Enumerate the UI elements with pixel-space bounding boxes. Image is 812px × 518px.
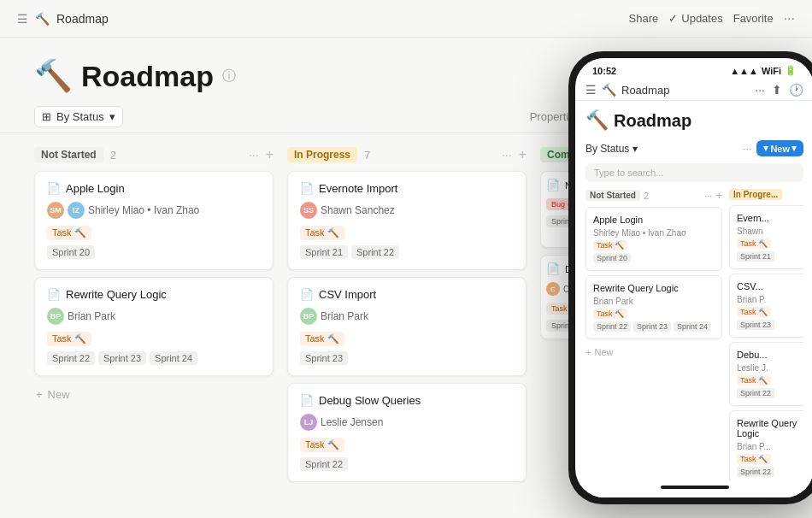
assignee-name: Shawn Sanchez	[321, 204, 395, 216]
favorite-button[interactable]: Favorite	[733, 12, 774, 25]
card-apple-login[interactable]: 📄 Apple Login SM IZ Shirley Miao • Ivan …	[34, 171, 274, 270]
mobile-nav-bar: ☰ 🔨 Roadmap ··· ⬆ 🕐	[575, 79, 812, 101]
add-new-not-started[interactable]: + New	[34, 383, 274, 406]
card-assignees: BP Brian Park	[300, 308, 514, 325]
sidebar-toggle-icon[interactable]: ☰	[17, 12, 28, 26]
mobile-card-assignee: Brian P...	[737, 442, 803, 451]
mobile-card-tags: Task 🔨	[593, 309, 715, 319]
card-rewrite-query[interactable]: 📄 Rewrite Query Logic BP Brian Park Task…	[34, 277, 274, 376]
mobile-card-tags: Task 🔨	[593, 240, 715, 250]
mobile-new-button[interactable]: ▾ New ▾	[756, 140, 803, 156]
mobile-sprint: Sprint 23	[737, 320, 774, 330]
card-sprints: Sprint 21 Sprint 22	[300, 245, 514, 259]
mobile-card-title: Rewrite Query Logic	[737, 418, 803, 439]
mobile-card-title: Evern...	[737, 213, 803, 223]
mobile-card-title: Debu...	[737, 350, 803, 360]
mobile-app-icon: 🔨	[602, 83, 616, 97]
column-header-not-started: Not Started 2 ··· +	[34, 147, 274, 162]
mobile-card-title: Apple Login	[593, 215, 715, 225]
mobile-card-assignee: Leslie J.	[737, 363, 803, 373]
mobile-screen: 10:52 ▲▲▲ WiFi 🔋 ☰ 🔨 Roadmap ··· ⬆ 🕐	[575, 58, 812, 497]
card-title: Rewrite Query Logic	[66, 288, 167, 301]
card-assignees: SS Shawn Sanchez	[300, 202, 514, 219]
mobile-card-title: CSV...	[737, 281, 803, 291]
card-title: Apple Login	[66, 182, 125, 195]
updates-button[interactable]: ✓ Updates	[668, 12, 722, 25]
mobile-menu-icon[interactable]: ☰	[585, 83, 597, 97]
mobile-toolbar: By Status ▾ ··· ▾ New ▾	[585, 140, 803, 156]
assignee-name: Leslie Jensen	[321, 416, 383, 428]
sprint-tag: Sprint 20	[47, 245, 95, 259]
mobile-card-debug[interactable]: Debu... Leslie J. Task 🔨 Sprint 22	[729, 342, 803, 406]
mobile-sprint: Sprint 20	[593, 253, 631, 263]
mobile-card-title: Rewrite Query Logic	[593, 283, 715, 293]
mobile-share-icon[interactable]: ⬆	[772, 83, 782, 97]
card-title: Debug Slow Queries	[319, 394, 421, 407]
page-title-icon: 🔨	[34, 58, 73, 94]
doc-icon: 📄	[546, 262, 560, 275]
share-button[interactable]: Share	[629, 12, 659, 25]
status-badge-not-started: Not Started	[34, 147, 103, 162]
mobile-clock-icon[interactable]: 🕐	[789, 83, 803, 97]
mobile-col-plus[interactable]: +	[715, 189, 722, 202]
mobile-col-more[interactable]: ···	[704, 191, 712, 201]
mobile-add-new-not-started[interactable]: + New	[585, 344, 722, 361]
mobile-search-bar[interactable]: Type to search...	[585, 163, 803, 182]
mobile-sprint: Sprint 22	[737, 388, 774, 398]
mobile-card-assignee: Brian Park	[593, 297, 715, 306]
column-add-in-progress[interactable]: +	[519, 147, 527, 162]
sprint-tag: Sprint 23	[98, 351, 146, 365]
doc-icon: 📄	[47, 182, 61, 195]
mobile-tag-task: Task 🔨	[593, 240, 627, 250]
mobile-more-icon[interactable]: ···	[755, 83, 765, 97]
card-sprints: Sprint 22 Sprint 23 Sprint 24	[47, 351, 261, 365]
column-more-not-started[interactable]: ···	[249, 148, 259, 162]
mobile-tag-task: Task 🔨	[737, 375, 771, 386]
mobile-card-sprints: Sprint 22 Sprint 23 Sprint 24	[593, 321, 715, 332]
info-icon[interactable]: ⓘ	[222, 68, 236, 85]
doc-icon: 📄	[300, 394, 314, 407]
view-selector[interactable]: ⊞ By Status ▾	[34, 106, 123, 127]
mobile-card-evernote[interactable]: Evern... Shawn Task 🔨 Sprint 21	[729, 205, 803, 269]
mobile-plus-icon: +	[585, 347, 591, 357]
mobile-card-apple-login[interactable]: Apple Login Shirley Miao • Ivan Zhao Tas…	[585, 207, 722, 271]
column-actions-not-started: ··· +	[249, 147, 274, 162]
card-evernote-import[interactable]: 📄 Evernote Import SS Shawn Sanchez Task …	[287, 171, 527, 270]
mobile-card-tags: Task 🔨	[737, 454, 803, 464]
doc-icon: 📄	[47, 288, 61, 301]
mobile-card-sprints: Sprint 22	[737, 388, 803, 398]
sprint-tag: Sprint 22	[47, 351, 95, 365]
column-add-not-started[interactable]: +	[266, 147, 274, 162]
mobile-tag-task: Task 🔨	[737, 454, 771, 464]
more-options-button[interactable]: ···	[784, 11, 795, 26]
view-label: By Status	[56, 110, 104, 123]
column-more-in-progress[interactable]: ···	[502, 148, 512, 162]
card-title: CSV Import	[319, 288, 376, 301]
mobile-view-selector[interactable]: By Status ▾	[585, 143, 638, 155]
mobile-battery-icon: 🔋	[785, 65, 797, 76]
card-tags: Task 🔨	[47, 332, 261, 346]
mobile-tag-task: Task 🔨	[593, 309, 627, 319]
card-assignees: BP Brian Park	[47, 308, 261, 325]
page-title: Roadmap	[81, 60, 214, 93]
card-tags: Task 🔨	[47, 226, 261, 240]
mobile-column-in-progress: In Progre... Evern... Shawn Task 🔨 Sprin…	[729, 189, 803, 480]
view-grid-icon: ⊞	[42, 110, 51, 123]
mobile-card-rewrite-query-2[interactable]: Rewrite Query Logic Brian P... Task 🔨 Sp…	[729, 410, 803, 480]
card-debug-slow-queries[interactable]: 📄 Debug Slow Queries LJ Leslie Jensen Ta…	[287, 383, 527, 482]
doc-icon: 📄	[546, 179, 560, 191]
card-csv-import[interactable]: 📄 CSV Import BP Brian Park Task 🔨 Sprint…	[287, 277, 527, 376]
mobile-status-bar: 10:52 ▲▲▲ WiFi 🔋	[575, 58, 812, 79]
add-new-label: New	[48, 388, 70, 401]
mobile-card-csv[interactable]: CSV... Brian P. Task 🔨 Sprint 23	[729, 274, 803, 338]
mobile-sprint: Sprint 22	[737, 467, 774, 477]
mobile-count-not-started: 2	[644, 191, 649, 201]
assignee-name: Brian Park	[321, 310, 368, 322]
mobile-dots-button[interactable]: ···	[743, 143, 751, 155]
sprint-tag: Sprint 23	[300, 351, 348, 365]
mobile-sprint: Sprint 24	[674, 321, 711, 332]
top-nav: ☰ 🔨 Roadmap Share ✓ Updates Favorite ···	[0, 0, 812, 38]
column-count-not-started: 2	[110, 149, 116, 162]
mobile-card-rewrite-query[interactable]: Rewrite Query Logic Brian Park Task 🔨 Sp…	[585, 275, 722, 339]
mobile-mockup: 10:52 ▲▲▲ WiFi 🔋 ☰ 🔨 Roadmap ··· ⬆ 🕐	[568, 51, 812, 504]
